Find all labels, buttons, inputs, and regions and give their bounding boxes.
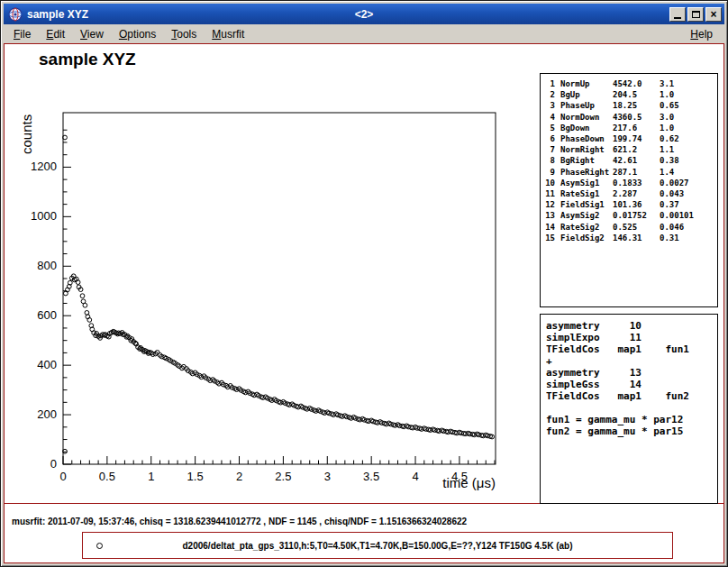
minimize-button[interactable]: [669, 7, 686, 22]
param-name: BgDown: [560, 123, 613, 133]
titlebar[interactable]: sample XYZ <2> ×: [4, 4, 724, 24]
svg-text:200: 200: [37, 407, 57, 421]
decay-histogram-plot[interactable]: 00.511.522.533.544.5time (μs)02004006008…: [5, 44, 509, 504]
svg-text:0: 0: [50, 457, 57, 471]
window-controls: ×: [668, 7, 722, 22]
svg-text:0: 0: [59, 470, 66, 483]
param-row: 15FieldSig2146.310.31: [544, 233, 717, 243]
menu-item-edit[interactable]: Edit: [40, 26, 71, 42]
main-pad[interactable]: sample XYZ 00.511.522.533.544.5time (μs)…: [5, 44, 723, 504]
svg-text:800: 800: [37, 259, 57, 272]
param-name: FieldSig2: [560, 233, 613, 243]
param-value: 0.1833: [613, 178, 660, 188]
param-error: 1.0: [660, 123, 717, 133]
theory-line: asymmetry 10: [546, 320, 717, 332]
menu-item-help[interactable]: Help: [684, 26, 719, 42]
param-row: 14RateSig20.5250.046: [544, 222, 717, 233]
root-canvas[interactable]: sample XYZ 00.511.522.533.544.5time (μs)…: [4, 43, 724, 563]
svg-text:1: 1: [148, 470, 154, 483]
svg-text:2: 2: [236, 470, 242, 483]
app-window: sample XYZ <2> × FileEditViewOptionsTool…: [0, 0, 728, 567]
svg-text:counts: counts: [19, 114, 34, 154]
param-name: BgRight: [560, 155, 613, 166]
param-number: 15: [544, 233, 555, 243]
plot-frame: [63, 113, 496, 464]
menu-item-musrfit[interactable]: Musrfit: [205, 26, 250, 42]
param-number: 1: [544, 78, 555, 89]
theory-line: asymmetry 13: [546, 367, 717, 379]
param-number: 7: [544, 144, 555, 155]
param-number: 2: [544, 89, 555, 100]
close-button[interactable]: ×: [705, 7, 722, 22]
param-row: 9PhaseRight287.11.4: [544, 167, 717, 178]
param-row: 1NormUp4542.03.1: [544, 78, 717, 89]
param-number: 12: [544, 199, 555, 210]
param-error: 3.1: [660, 78, 717, 89]
legend-box[interactable]: d2006/deltat_pta_gps_3110,h:5,T0=4.50K,T…: [82, 532, 673, 559]
svg-text:0.5: 0.5: [99, 470, 115, 483]
app-icon: [8, 7, 23, 22]
param-name: PhaseRight: [560, 167, 613, 178]
maximize-icon: [692, 11, 700, 18]
window-instance: <2>: [4, 8, 724, 21]
param-value: 204.5: [613, 89, 660, 100]
menu-item-options[interactable]: Options: [113, 26, 162, 42]
param-value: 0.525: [613, 222, 660, 233]
param-value: 146.31: [613, 233, 660, 243]
param-name: BgUp: [560, 89, 613, 100]
param-row: 10AsymSig10.18330.0027: [544, 178, 717, 188]
param-row: 12FieldSig1101.360.37: [544, 199, 717, 210]
param-number: 5: [544, 123, 555, 133]
param-value: 4542.0: [613, 78, 660, 89]
param-error: 0.65: [660, 100, 717, 111]
param-row: 8BgRight42.610.38: [544, 155, 717, 166]
param-row: 3PhaseUp18.250.65: [544, 100, 717, 111]
menu-item-file[interactable]: File: [7, 26, 37, 42]
svg-text:2.5: 2.5: [275, 470, 291, 483]
param-row: 5BgDown217.61.0: [544, 123, 717, 133]
param-value: 621.2: [613, 144, 660, 155]
param-name: RateSig2: [560, 222, 613, 233]
param-number: 10: [544, 178, 555, 188]
param-error: 0.00101: [660, 210, 717, 221]
svg-text:1.5: 1.5: [187, 470, 204, 483]
param-error: 1.0: [660, 89, 717, 100]
param-error: 0.046: [660, 222, 717, 233]
minimize-icon: [674, 17, 681, 19]
param-value: 287.1: [613, 167, 660, 178]
param-number: 4: [544, 112, 555, 123]
param-value: 42.61: [613, 155, 660, 166]
param-error: 3.0: [660, 112, 717, 123]
param-name: PhaseDown: [560, 133, 613, 144]
param-error: 0.043: [660, 188, 717, 199]
svg-text:600: 600: [37, 308, 57, 322]
x-axis: 00.511.522.533.544.5time (μs): [59, 456, 496, 490]
param-value: 0.01752: [613, 210, 660, 221]
param-error: 1.1: [660, 144, 717, 155]
param-number: 3: [544, 100, 555, 111]
param-row: 4NormDown4360.53.0: [544, 112, 717, 123]
footer-pad: musrfit: 2011-07-09, 15:37:46, chisq = 1…: [5, 505, 723, 562]
param-number: 14: [544, 222, 555, 233]
param-value: 4360.5: [613, 112, 660, 123]
svg-text:3: 3: [324, 470, 331, 483]
theory-line: +: [546, 355, 717, 367]
param-name: FieldSig1: [560, 199, 613, 210]
param-number: 13: [544, 210, 555, 221]
param-error: 0.37: [660, 199, 717, 210]
fit-parameters-pad[interactable]: 1NormUp4542.03.12BgUp204.51.03PhaseUp18.…: [540, 73, 718, 307]
theory-pad[interactable]: asymmetry 10simplExpo 11TFieldCos map1 f…: [540, 314, 718, 504]
menu-item-tools[interactable]: Tools: [165, 26, 203, 42]
theory-line: simplExpo 11: [546, 332, 717, 343]
param-row: 2BgUp204.51.0: [544, 89, 717, 100]
param-number: 8: [544, 155, 555, 166]
menu-bar: FileEditViewOptionsToolsMusrfitHelp: [4, 24, 724, 43]
maximize-button[interactable]: [687, 7, 704, 22]
param-error: 0.38: [660, 155, 717, 166]
param-error: 0.0027: [660, 178, 717, 188]
param-row: 7NormRight621.21.1: [544, 144, 717, 155]
param-name: NormRight: [560, 144, 613, 155]
menu-item-view[interactable]: View: [74, 26, 110, 42]
param-value: 2.287: [613, 188, 660, 199]
fit-info-text: musrfit: 2011-07-09, 15:37:46, chisq = 1…: [12, 517, 467, 526]
